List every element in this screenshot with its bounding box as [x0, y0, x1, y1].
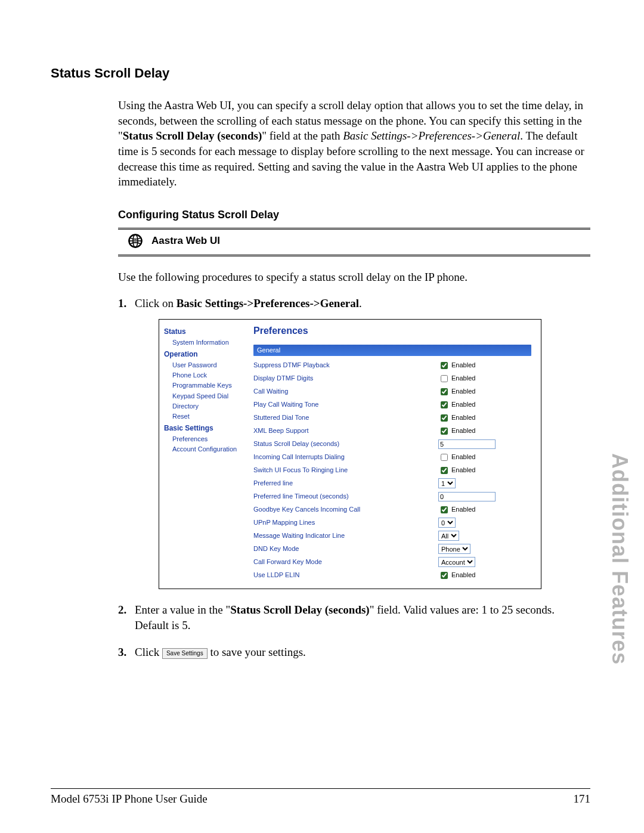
footer-left: Model 6753i IP Phone User Guide [51, 792, 208, 806]
play-cw-tone-checkbox[interactable] [441, 401, 448, 408]
row-label: UPnP Mapping Lines [253, 518, 438, 527]
xml-beep-checkbox[interactable] [441, 428, 448, 435]
step-path: Basic Settings->Preferences->General [177, 297, 359, 309]
divider [118, 255, 590, 256]
nav-item-account-configuration[interactable]: Account Configuration [172, 445, 244, 454]
display-dtmf-checkbox[interactable] [441, 375, 448, 382]
nav-item-programmable-keys[interactable]: Programmable Keys [172, 381, 244, 390]
intro-text: " field at the path [262, 129, 343, 142]
mwi-line-select[interactable]: All [438, 531, 459, 541]
step-1: Click on Basic Settings->Preferences->Ge… [118, 296, 590, 589]
row-label: Stuttered Dial Tone [253, 413, 438, 422]
row-label: Preferred line [253, 479, 438, 488]
nav-header-status: Status [164, 327, 244, 336]
row-label: Incoming Call Interrupts Dialing [253, 453, 438, 462]
row-label: Status Scroll Delay (seconds) [253, 439, 438, 448]
switch-focus-checkbox[interactable] [441, 467, 448, 474]
nav-item-reset[interactable]: Reset [172, 412, 244, 421]
side-watermark: Additional Features [607, 453, 632, 665]
section-bar-general: General [253, 345, 531, 356]
procedure-intro: Use the following procedures to specify … [118, 270, 590, 285]
row-label: Call Waiting [253, 387, 438, 396]
page-footer: Model 6753i IP Phone User Guide 171 [51, 788, 590, 806]
nav-item-system-information[interactable]: System Information [172, 338, 244, 347]
call-waiting-checkbox[interactable] [441, 388, 448, 395]
nav-item-directory[interactable]: Directory [172, 402, 244, 411]
webui-label: Aastra Web UI [151, 234, 220, 248]
nav-item-user-password[interactable]: User Password [172, 361, 244, 370]
nav-item-preferences[interactable]: Preferences [172, 435, 244, 444]
row-label: Display DTMF Digits [253, 374, 438, 383]
panel-title: Preferences [253, 324, 531, 337]
step-3: Click Save Settings to save your setting… [118, 645, 590, 660]
footer-page-number: 171 [574, 792, 591, 806]
enabled-label: Enabled [451, 361, 475, 370]
enabled-label: Enabled [451, 571, 475, 580]
enabled-label: Enabled [451, 505, 475, 514]
enabled-label: Enabled [451, 387, 475, 396]
step-2: Enter a value in the "Status Scroll Dela… [118, 602, 590, 633]
preferences-panel: Preferences General Suppress DTMF Playba… [247, 320, 541, 588]
dnd-key-mode-select[interactable]: Phone [438, 544, 470, 554]
nav-header-operation: Operation [164, 349, 244, 359]
intro-paragraph: Using the Aastra Web UI, you can specify… [118, 98, 590, 660]
cf-key-mode-select[interactable]: Account [438, 557, 475, 567]
nav-item-phone-lock[interactable]: Phone Lock [172, 371, 244, 380]
row-label: Goodbye Key Cancels Incoming Call [253, 505, 438, 514]
globe-icon [128, 233, 143, 249]
suppress-dtmf-checkbox[interactable] [441, 362, 448, 369]
row-label: Message Waiting Indicator Line [253, 531, 438, 540]
row-label: DND Key Mode [253, 544, 438, 553]
row-label: Play Call Waiting Tone [253, 400, 438, 409]
row-label: Preferred line Timeout (seconds) [253, 492, 438, 501]
preferred-line-select[interactable]: 1 [438, 478, 456, 488]
step-text: . [359, 297, 362, 309]
enabled-label: Enabled [451, 453, 475, 462]
intro-field-name: Status Scroll Delay (seconds) [123, 129, 262, 142]
enabled-label: Enabled [451, 426, 475, 435]
webui-header: Aastra Web UI [118, 230, 590, 252]
preferences-screenshot: Status System Information Operation User… [159, 319, 541, 589]
status-scroll-delay-input[interactable] [438, 439, 496, 449]
enabled-label: Enabled [451, 374, 475, 383]
section-title: Status Scroll Delay [51, 66, 590, 81]
row-label: Suppress DTMF Playback [253, 361, 438, 370]
goodbye-cancel-checkbox[interactable] [441, 506, 448, 513]
row-label: Call Forward Key Mode [253, 558, 438, 566]
nav-header-basic-settings: Basic Settings [164, 423, 244, 433]
step-text: Enter a value in the " [135, 603, 230, 616]
step-text: Click on [135, 297, 177, 309]
enabled-label: Enabled [451, 466, 475, 475]
row-label: Switch UI Focus To Ringing Line [253, 466, 438, 475]
lldp-elin-checkbox[interactable] [441, 572, 448, 579]
row-label: Use LLDP ELIN [253, 571, 438, 580]
row-label: XML Beep Support [253, 426, 438, 435]
stuttered-dial-tone-checkbox[interactable] [441, 414, 448, 422]
intro-path: Basic Settings->Preferences->General [343, 129, 520, 142]
enabled-label: Enabled [451, 400, 475, 409]
preferred-line-timeout-input[interactable] [438, 492, 496, 501]
nav-sidebar: Status System Information Operation User… [159, 320, 247, 588]
incoming-interrupts-checkbox[interactable] [441, 454, 448, 461]
step-text: Click [135, 646, 162, 658]
sub-title: Configuring Status Scroll Delay [118, 208, 590, 222]
enabled-label: Enabled [451, 413, 475, 422]
step-field-name: Status Scroll Delay (seconds) [230, 603, 369, 616]
step-text: to save your settings. [208, 646, 306, 658]
nav-item-keypad-speed-dial[interactable]: Keypad Speed Dial [172, 392, 244, 401]
save-settings-button[interactable]: Save Settings [162, 648, 208, 659]
upnp-mapping-select[interactable]: 0 [438, 518, 456, 528]
